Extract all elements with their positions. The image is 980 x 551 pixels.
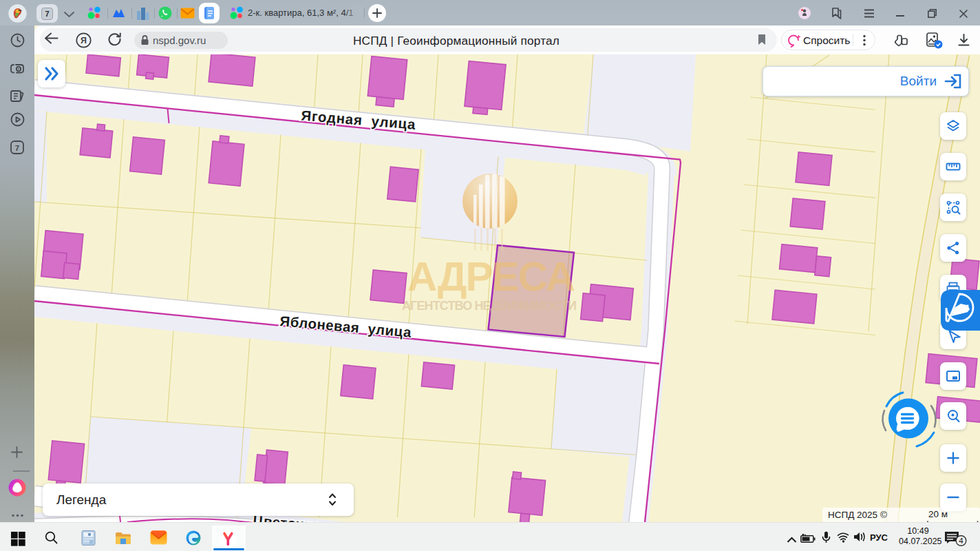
svg-text:4: 4 (959, 537, 963, 545)
svg-text:АГЕНТСТВО НЕДВИЖИМОСТИ: АГЕНТСТВО НЕДВИЖИМОСТИ (402, 299, 577, 313)
svg-text:Я: Я (81, 36, 87, 45)
svg-text:АДРЕСА: АДРЕСА (407, 253, 575, 300)
svg-text:7: 7 (15, 144, 19, 152)
